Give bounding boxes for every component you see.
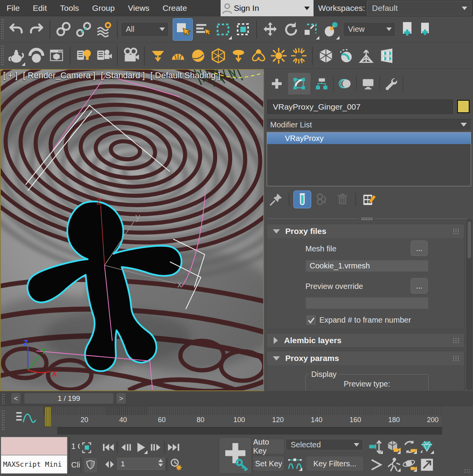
reference-coordinate-dropdown[interactable]: View xyxy=(343,22,396,37)
expand-frame-checkbox[interactable] xyxy=(307,316,315,325)
use-pivot-center-button[interactable] xyxy=(397,18,417,41)
vray-plane-light-button[interactable] xyxy=(148,45,168,67)
object-color-swatch[interactable] xyxy=(457,100,470,113)
key-filters-button[interactable]: Key Filters... xyxy=(306,456,364,471)
go-to-end-button[interactable] xyxy=(166,440,180,454)
menu-file[interactable]: File xyxy=(0,0,26,16)
bind-to-space-warp-button[interactable] xyxy=(94,18,114,41)
isolate-selection-button[interactable] xyxy=(84,457,98,473)
divider-grip[interactable] xyxy=(361,217,373,220)
selection-lock-toggle[interactable] xyxy=(80,440,94,456)
set-key-plus-button[interactable] xyxy=(219,437,252,474)
render-in-cloud-button[interactable] xyxy=(26,45,46,67)
select-and-rotate-button[interactable] xyxy=(280,18,300,41)
dolly-camera-button[interactable] xyxy=(368,439,384,455)
sphere-swirl-button[interactable] xyxy=(336,45,356,67)
select-and-place-button[interactable] xyxy=(320,18,341,41)
default-in-out-tangents-button[interactable] xyxy=(286,456,303,472)
selection-filter-dropdown[interactable]: All xyxy=(121,22,169,37)
viewport-camera-label[interactable]: [ Render_Camera ] xyxy=(23,70,95,81)
tab-hierarchy[interactable] xyxy=(310,73,333,95)
auto-key-button[interactable]: Auto Key xyxy=(253,439,284,454)
play-button[interactable] xyxy=(133,440,149,455)
time-configuration-button[interactable] xyxy=(169,457,183,472)
camera-lister-button[interactable] xyxy=(94,45,114,67)
window-crossing-toggle[interactable] xyxy=(233,18,253,41)
track-bar[interactable] xyxy=(57,427,442,435)
vray-light-lister-button[interactable] xyxy=(376,45,396,67)
menu-views[interactable]: Views xyxy=(121,0,156,16)
previous-frame-step-button[interactable] xyxy=(119,440,132,454)
show-end-result-button[interactable] xyxy=(293,191,311,208)
vray-mesh-light-button[interactable] xyxy=(248,45,269,67)
select-object-button[interactable] xyxy=(173,18,193,41)
key-filter-scope-dropdown[interactable]: Selected xyxy=(286,439,363,450)
spinner-up-icon[interactable] xyxy=(158,459,163,462)
select-and-manipulate-button[interactable] xyxy=(417,18,433,41)
mesh-file-browse-button[interactable]: ... xyxy=(411,241,428,256)
make-unique-button[interactable] xyxy=(314,191,331,208)
vray-disc-light-button[interactable] xyxy=(228,45,248,67)
vray-sun-rays-button[interactable] xyxy=(289,45,309,67)
vray-dome-light-button[interactable] xyxy=(168,45,188,67)
viewport-style-label[interactable]: [ Standard ] xyxy=(101,70,145,81)
mini-curve-editor-button[interactable] xyxy=(15,409,36,428)
viewport-menu-plus[interactable]: [ + ] xyxy=(3,70,17,81)
mesh-file-field[interactable]: Cookie_1.vrmesh xyxy=(305,260,428,272)
previous-frame-button[interactable]: < xyxy=(11,393,21,404)
select-by-name-button[interactable] xyxy=(193,18,213,41)
geometry-cube-button[interactable] xyxy=(316,45,336,67)
redo-button[interactable] xyxy=(26,18,46,41)
next-frame-step-button[interactable] xyxy=(149,440,163,454)
maxscript-mini-listener[interactable]: MAXScript Mini xyxy=(1,455,67,474)
vray-camera-button[interactable] xyxy=(356,45,376,67)
frame-buffer-button[interactable] xyxy=(46,45,67,67)
pin-stack-button[interactable] xyxy=(267,191,285,208)
sign-in-dropdown[interactable]: Sign In xyxy=(221,0,314,16)
set-key-button[interactable]: Set Key xyxy=(253,456,284,471)
spinner-down-icon[interactable] xyxy=(158,464,163,467)
window-resize-grip[interactable] xyxy=(464,469,470,473)
tab-utilities[interactable] xyxy=(380,73,403,95)
toolbar-drag-handle[interactable] xyxy=(1,45,4,67)
undo-button[interactable] xyxy=(6,18,26,41)
toolbar-drag-handle[interactable] xyxy=(1,19,4,40)
menu-group[interactable]: Group xyxy=(86,0,121,16)
select-and-move-button[interactable] xyxy=(260,18,280,41)
menu-tools[interactable]: Tools xyxy=(53,0,86,16)
configure-modifier-sets-button[interactable] xyxy=(360,191,378,208)
tab-create[interactable] xyxy=(266,73,288,95)
next-frame-button[interactable]: > xyxy=(116,393,126,404)
drag-handle[interactable] xyxy=(2,410,5,431)
modifier-list-dropdown[interactable]: Modifier List xyxy=(267,119,471,130)
maximize-viewport-toggle[interactable] xyxy=(419,457,435,473)
timeline-ruler[interactable]: 20406080100120140160180200 xyxy=(43,406,443,427)
stack-item-vrayproxy[interactable]: VRayProxy xyxy=(267,132,471,144)
light-lister-button[interactable] xyxy=(74,45,94,67)
select-and-link-button[interactable] xyxy=(53,18,74,41)
menu-edit[interactable]: Edit xyxy=(26,0,53,16)
panel-scrollbar[interactable] xyxy=(466,219,472,390)
maxscript-mini-input[interactable] xyxy=(1,437,67,455)
vray-geosphere-button[interactable] xyxy=(208,45,228,67)
scrollbar-thumb[interactable] xyxy=(468,221,471,258)
remove-modifier-button[interactable] xyxy=(334,191,351,208)
drag-handle[interactable] xyxy=(2,393,5,404)
zoom-extents-button[interactable] xyxy=(386,439,402,455)
rollout-alembic-header[interactable]: Alembic layers xyxy=(267,333,464,347)
frame-counter-field[interactable]: 1 / 199 xyxy=(24,393,114,404)
tab-modify[interactable] xyxy=(288,73,310,95)
fov-angle-button[interactable] xyxy=(368,457,384,473)
go-to-start-button[interactable] xyxy=(101,440,115,454)
object-name-field[interactable]: VRayProxy_Ginger_007 xyxy=(267,100,453,114)
tab-display[interactable] xyxy=(357,73,379,95)
rollout-divider[interactable] xyxy=(267,217,467,220)
walk-through-button[interactable] xyxy=(386,457,402,473)
preview-override-browse-button[interactable]: ... xyxy=(411,278,428,294)
render-setup-button[interactable] xyxy=(6,45,26,67)
preview-override-field[interactable] xyxy=(305,297,428,309)
vray-sphere-light-button[interactable] xyxy=(188,45,208,67)
unlink-selection-button[interactable] xyxy=(74,18,94,41)
orbit-camera-button[interactable] xyxy=(402,457,418,473)
selection-region-button[interactable] xyxy=(213,18,233,41)
